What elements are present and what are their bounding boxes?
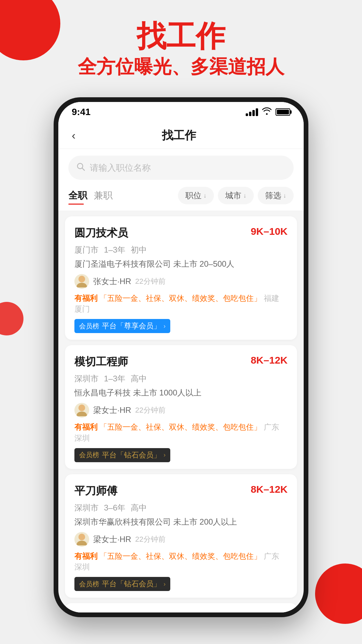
tab-fulltime[interactable]: 全职 [68,186,94,205]
phone-frame: 9:41 [54,97,308,617]
benefits-text: 「五险一金、社保、双休、绩效奖、包吃包住」 [100,423,261,431]
bg-decoration-circle-bottom-right [315,564,362,624]
search-input[interactable]: 请输入职位名称 [90,162,151,174]
job-card[interactable]: 模切工程师 8K–12K 深圳市 1–3年 高中 [65,603,297,612]
member-badge[interactable]: 会员榜 平台「钻石会员」 › [74,577,170,591]
job-title: 圆刀技术员 [74,226,128,240]
job-benefits: 有福利 「五险一金、社保、双休、绩效奖、包吃包住」 福建 厦门 [74,293,288,314]
phone-screen: 9:41 [58,102,304,612]
job-company: 恒永昌电子科技 未上市 1000人以上 [74,387,288,398]
job-meta: 深圳市 3–6年 高中 [74,502,288,513]
job-company: 深圳市华赢欣科技有限公司 未上市 200人以上 [74,517,288,527]
tab-parttime[interactable]: 兼职 [94,186,119,205]
job-card[interactable]: 平刀师傅 8K–12K 深圳市 3–6年 高中 深圳市华赢欣科技有限公司 未上市… [65,474,297,598]
filter-buttons: 职位 ↓ 城市 ↓ 筛选 ↓ [178,187,294,204]
chevron-right-icon: › [164,451,166,459]
hr-time: 22分钟前 [135,405,165,415]
hr-time: 22分钟前 [135,276,165,286]
main-title: 找工作 [0,20,362,53]
job-meta: 深圳市 1–3年 高中 [74,373,288,384]
hr-time: 22分钟前 [135,534,165,544]
wifi-icon [262,107,272,117]
badge-prefix: 会员榜 [79,322,99,331]
chevron-down-icon: ↓ [203,192,206,199]
battery-icon [276,108,290,116]
chevron-right-icon: › [164,581,166,588]
status-icons [246,107,290,117]
status-bar: 9:41 [58,102,304,122]
job-list: 圆刀技术员 9K–10K 厦门市 1–3年 初中 厦门圣溢电子科技有限公司 未上… [58,211,304,612]
benefits-label: 有福利 [74,423,98,431]
svg-line-1 [82,168,84,170]
search-box[interactable]: 请输入职位名称 [68,156,294,180]
svg-point-2 [78,276,85,282]
chevron-down-icon: ↓ [243,192,246,199]
search-icon [76,162,85,173]
member-badge[interactable]: 会员榜 平台「钻石会员」 › [74,448,170,462]
svg-point-4 [78,534,85,540]
filter-position[interactable]: 职位 ↓ [178,187,214,204]
job-salary: 9K–10K [251,226,288,237]
filter-city[interactable]: 城市 ↓ [218,187,254,204]
job-title: 平刀师傅 [74,484,117,498]
status-time: 9:41 [72,107,90,117]
hr-name: 张女士·HR [93,276,131,287]
hr-name: 梁女士·HR [93,405,131,416]
avatar [74,274,89,289]
job-salary: 8K–12K [251,355,288,366]
svg-point-3 [78,405,85,411]
job-salary: 8K–12K [251,484,288,495]
badge-prefix: 会员榜 [79,450,99,460]
job-hr: 梁女士·HR 22分钟前 [74,403,288,418]
benefits-text: 「五险一金、社保、双休、绩效奖、包吃包住」 [100,294,261,303]
bg-decoration-circle-mid-left [0,302,23,335]
search-area: 请输入职位名称 [58,149,304,186]
signal-icon [246,108,258,116]
job-hr: 梁女士·HR 22分钟前 [74,532,288,547]
filter-area: 全职 兼职 职位 ↓ 城市 ↓ 筛选 ↓ [58,186,304,211]
job-card[interactable]: 模切工程师 8K–12K 深圳市 1–3年 高中 恒永昌电子科技 未上市 100… [65,345,297,469]
job-company: 厦门圣溢电子科技有限公司 未上市 20–500人 [74,259,288,269]
job-card-header: 圆刀技术员 9K–10K [74,226,288,240]
badge-text: 平台「钻石会员」 [102,579,161,589]
job-benefits: 有福利 「五险一金、社保、双休、绩效奖、包吃包住」 广东 深圳 [74,551,288,572]
page-title: 找工作 [79,128,279,143]
avatar [74,403,89,418]
back-button[interactable]: ‹ [68,125,79,145]
job-meta: 厦门市 1–3年 初中 [74,245,288,255]
benefits-text: 「五险一金、社保、双休、绩效奖、包吃包住」 [100,552,261,560]
sub-title: 全方位曝光、多渠道招人 [0,55,362,78]
job-card-header: 平刀师傅 8K–12K [74,484,288,498]
job-title: 模切工程师 [74,355,128,369]
header-section: 找工作 全方位曝光、多渠道招人 [0,20,362,78]
job-benefits: 有福利 「五险一金、社保、双休、绩效奖、包吃包住」 广东 深圳 [74,422,288,443]
avatar [74,532,89,547]
chevron-right-icon: › [164,323,166,330]
badge-prefix: 会员榜 [79,580,99,589]
member-badge[interactable]: 会员榜 平台「尊享会员」 › [74,319,170,333]
badge-text: 平台「钻石会员」 [102,450,161,460]
filter-screen[interactable]: 筛选 ↓ [258,187,294,204]
chevron-down-icon: ↓ [283,192,286,199]
badge-text: 平台「尊享会员」 [102,321,161,331]
nav-bar: ‹ 找工作 [58,122,304,149]
job-card[interactable]: 圆刀技术员 9K–10K 厦门市 1–3年 初中 厦门圣溢电子科技有限公司 未上… [65,216,297,340]
job-type-tabs: 全职 兼职 [68,186,178,205]
job-hr: 张女士·HR 22分钟前 [74,274,288,289]
benefits-label: 有福利 [74,294,98,303]
job-card-header: 模切工程师 8K–12K [74,355,288,369]
benefits-label: 有福利 [74,552,98,560]
hr-name: 梁女士·HR [93,534,131,545]
